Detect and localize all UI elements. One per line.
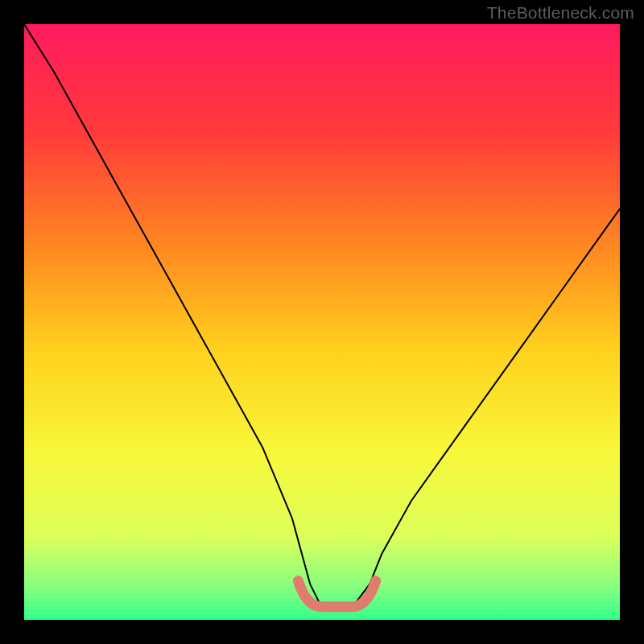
- plot-area: [24, 24, 620, 620]
- chart-frame: TheBottleneck.com: [0, 0, 644, 644]
- svg-rect-6: [24, 572, 620, 573]
- svg-rect-3: [24, 559, 620, 561]
- svg-rect-1: [24, 551, 620, 553]
- svg-rect-10: [24, 588, 620, 589]
- svg-rect-12: [24, 596, 620, 597]
- svg-rect-8: [24, 580, 620, 581]
- svg-rect-11: [24, 592, 620, 593]
- svg-rect-16: [24, 612, 620, 613]
- svg-rect-4: [24, 564, 620, 565]
- svg-rect-7: [24, 576, 620, 577]
- svg-rect-17: [24, 616, 620, 617]
- svg-rect-9: [24, 584, 620, 585]
- svg-rect-13: [24, 600, 620, 601]
- svg-rect-5: [24, 568, 620, 569]
- svg-rect-2: [24, 555, 620, 557]
- watermark-text: TheBottleneck.com: [487, 3, 634, 23]
- gradient-background: [24, 24, 620, 620]
- chart-svg: [24, 24, 620, 620]
- svg-rect-0: [24, 547, 620, 549]
